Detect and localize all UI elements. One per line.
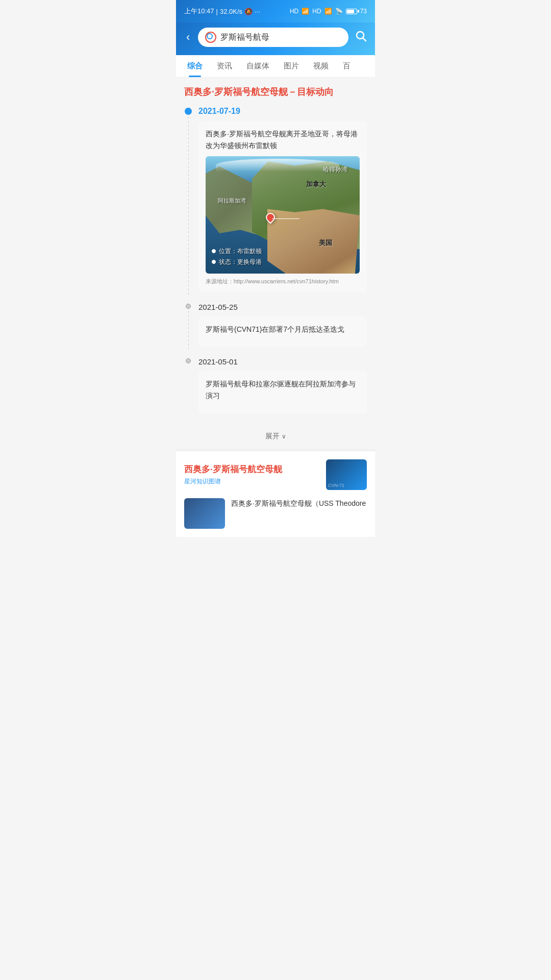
expand-arrow-icon: ∨ <box>282 433 286 440</box>
timeline-dot-gray-3 <box>186 358 191 363</box>
timeline-date-2: 2021-05-25 <box>198 303 367 311</box>
timeline-item-2: 2021-05-25 罗斯福号(CVN71)在部署7个月后抵达圣迭戈 <box>184 303 367 349</box>
map-info-status-text: 状态：更换母港 <box>219 258 262 266</box>
map-label-usa: 美国 <box>319 238 332 248</box>
timeline-right-2: 2021-05-25 罗斯福号(CVN71)在部署7个月后抵达圣迭戈 <box>198 303 367 349</box>
signal-bars2: 📶 <box>324 8 332 15</box>
card-text-1: 西奥多·罗斯福号航空母舰离开圣地亚哥，将母港改为华盛顿州布雷默顿 <box>206 128 360 151</box>
article-title: 西奥多·罗斯福号航空母舰－目标动向 <box>184 86 367 99</box>
map-pin <box>266 213 275 222</box>
search-input-box[interactable]: 罗斯福号航母 <box>198 28 348 47</box>
tab-images[interactable]: 图片 <box>277 55 306 77</box>
map-info-location-text: 位置：布雷默顿 <box>219 247 262 256</box>
map-snow <box>216 159 339 172</box>
timeline-line-2 <box>188 311 189 349</box>
time-label: 上午10:47 <box>184 7 214 16</box>
timeline-date-1: 2021-07-19 <box>198 107 367 116</box>
map-info-dot-1 <box>212 249 216 253</box>
status-right: HD 📶 HD 📶 📡 73 <box>290 8 367 15</box>
status-bar: 上午10:47 | 32.0K/s 🔕 ··· HD 📶 HD 📶 📡 73 <box>176 0 375 22</box>
bottom-knowledge-card[interactable]: 西奥多·罗斯福号航空母舰 星河知识图谱 CVN-71 <box>176 449 375 498</box>
map-label-hudson: 哈得孙湾 <box>323 165 347 174</box>
bottom-list-item[interactable]: 西奥多·罗斯福号航空母舰（USS Theodore <box>176 498 375 537</box>
bottom-card-text: 西奥多·罗斯福号航空母舰 星河知识图谱 <box>184 463 320 486</box>
source-text: 来源地址：http://www.uscarriers.net/cvn71hist… <box>206 278 360 285</box>
status-left: 上午10:47 | 32.0K/s 🔕 ··· <box>184 7 260 16</box>
tab-comprehensive[interactable]: 综合 <box>180 55 210 77</box>
timeline-dot-gray-2 <box>186 304 191 309</box>
tab-bai[interactable]: 百 <box>336 55 358 77</box>
svg-line-1 <box>363 38 366 41</box>
tab-video[interactable]: 视频 <box>306 55 336 77</box>
map-label-canada: 加拿大 <box>306 180 326 189</box>
app-logo-icon <box>205 32 216 43</box>
timeline-item-3: 2021-05-01 罗斯福号航母和拉塞尔驱逐舰在阿拉斯加湾参与演习 <box>184 357 367 415</box>
card-text-2: 罗斯福号(CVN71)在部署7个月后抵达圣迭戈 <box>206 324 360 335</box>
signal-hd2-icon: HD <box>312 8 321 15</box>
timeline-right-3: 2021-05-01 罗斯福号航母和拉塞尔驱逐舰在阿拉斯加湾参与演习 <box>198 357 367 415</box>
back-button[interactable]: ‹ <box>184 29 192 46</box>
map-label-alaska: 阿拉斯加湾 <box>218 197 246 205</box>
battery-indicator <box>346 9 357 14</box>
timeline-card-1: 西奥多·罗斯福号航空母舰离开圣地亚哥，将母港改为华盛顿州布雷默顿 阿拉斯加湾 哈… <box>198 121 367 292</box>
map-line <box>272 218 299 219</box>
search-button[interactable] <box>355 30 367 45</box>
search-bar-container: ‹ 罗斯福号航母 <box>176 22 375 55</box>
expand-button[interactable]: 展开 ∨ <box>184 424 367 449</box>
expand-label: 展开 <box>265 432 280 441</box>
map-info-status: 状态：更换母港 <box>212 258 262 266</box>
card-text-3: 罗斯福号航母和拉塞尔驱逐舰在阿拉斯加湾参与演习 <box>206 378 360 401</box>
bottom-item-text: 西奥多·罗斯福号航空母舰（USS Theodore <box>231 498 366 529</box>
timeline-card-2: 罗斯福号(CVN71)在部署7个月后抵达圣迭戈 <box>198 316 367 347</box>
battery-label: 73 <box>360 8 367 15</box>
timeline-date-3: 2021-05-01 <box>198 357 367 366</box>
search-query-text: 罗斯福号航母 <box>220 32 341 43</box>
timeline-item-1: 2021-07-19 西奥多·罗斯福号航空母舰离开圣地亚哥，将母港改为华盛顿州布… <box>184 107 367 295</box>
timeline-left-1 <box>184 107 192 295</box>
map-info-overlay: 位置：布雷默顿 状态：更换母港 <box>212 247 262 268</box>
timeline-left-2 <box>184 303 192 349</box>
timeline: 2021-07-19 西奥多·罗斯福号航空母舰离开圣地亚哥，将母港改为华盛顿州布… <box>184 107 367 415</box>
timeline-card-3: 罗斯福号航母和拉塞尔驱逐舰在阿拉斯加湾参与演习 <box>198 371 367 413</box>
bottom-card-image: CVN-71 <box>326 459 367 490</box>
more-icon: ··· <box>255 8 260 15</box>
bottom-card-subtitle: 星河知识图谱 <box>184 477 320 486</box>
timeline-right-1: 2021-07-19 西奥多·罗斯福号航空母舰离开圣地亚哥，将母港改为华盛顿州布… <box>198 107 367 295</box>
bottom-card-title: 西奥多·罗斯福号航空母舰 <box>184 463 320 475</box>
timeline-line-1 <box>188 117 189 295</box>
signal-hd-icon: HD <box>290 8 298 15</box>
network-speed: 32.0K/s <box>220 8 242 15</box>
wifi-icon: 📡 <box>335 8 343 15</box>
map-info-dot-2 <box>212 260 216 264</box>
timeline-left-3 <box>184 357 192 415</box>
tabs-container: 综合 资讯 自媒体 图片 视频 百 <box>176 55 375 78</box>
bottom-item-thumbnail <box>184 498 225 529</box>
map-info-location: 位置：布雷默顿 <box>212 247 262 256</box>
main-content: 西奥多·罗斯福号航空母舰－目标动向 2021-07-19 西奥多·罗斯福号航空母… <box>176 78 375 449</box>
signal-bars: 📶 <box>302 8 309 15</box>
map-container: 阿拉斯加湾 哈得孙湾 加拿大 美国 位置：布雷 <box>206 156 360 274</box>
tab-news[interactable]: 资讯 <box>210 55 239 77</box>
map-pin-circle <box>264 211 277 224</box>
no-disturb-icon: 🔕 <box>244 8 253 15</box>
divider: | <box>216 8 218 15</box>
timeline-dot-blue-1 <box>185 108 192 115</box>
tab-media[interactable]: 自媒体 <box>239 55 277 77</box>
